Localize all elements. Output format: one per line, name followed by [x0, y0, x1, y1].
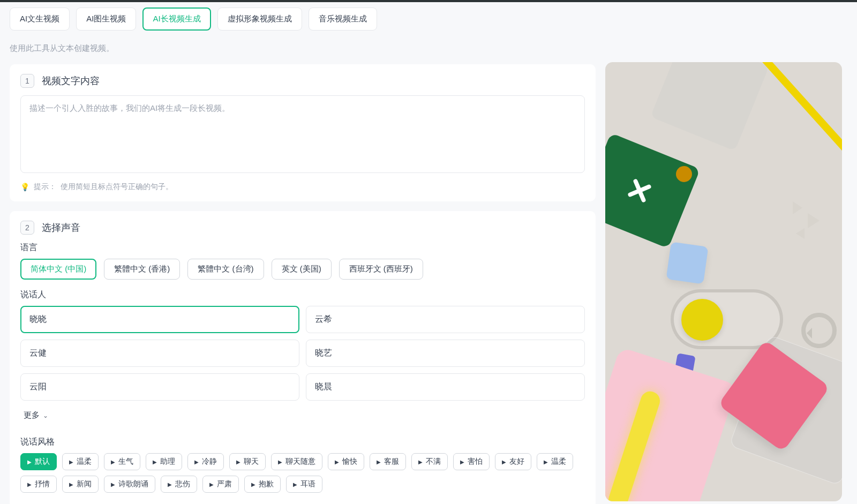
tab-t2v[interactable]: AI文生视频 [10, 7, 70, 31]
chevron-down-icon: ⌄ [43, 412, 48, 419]
play-icon: ▶ [335, 459, 339, 465]
style-option-friendly[interactable]: ▶友好 [495, 453, 531, 470]
language-option-zh-tw[interactable]: 繁體中文 (台湾) [187, 259, 264, 280]
speaker-option-yunyang[interactable]: 云阳 [20, 373, 299, 401]
style-option-sorry[interactable]: ▶抱歉 [244, 476, 281, 493]
tab-music[interactable]: 音乐视频生成 [309, 7, 377, 31]
decorative-green-box-icon [605, 133, 700, 249]
language-option-zh-cn[interactable]: 简体中文 (中国) [20, 259, 96, 280]
style-option-angry[interactable]: ▶生气 [104, 453, 140, 470]
speaker-option-xiaoxiao[interactable]: 晓晓 [20, 306, 299, 333]
style-label-text: 客服 [384, 457, 399, 467]
play-icon: ▶ [502, 459, 506, 465]
play-icon: ▶ [293, 482, 297, 487]
hint-label: 提示： [34, 182, 56, 192]
play-icon: ▶ [168, 482, 172, 487]
style-option-default[interactable]: ▶默认 [20, 453, 57, 470]
style-option-disgruntled[interactable]: ▶不满 [411, 453, 448, 470]
play-icon: ▶ [153, 459, 157, 465]
bulb-icon: 💡 [20, 183, 29, 191]
style-label-text: 冷静 [202, 457, 217, 467]
undo-icon [801, 313, 837, 348]
speaker-option-yunxi[interactable]: 云希 [306, 306, 585, 333]
language-label: 语言 [20, 242, 585, 253]
style-option-chat[interactable]: ▶聊天 [229, 453, 266, 470]
style-option-calm[interactable]: ▶冷静 [187, 453, 224, 470]
step-number-2: 2 [20, 221, 34, 235]
section-title-1: 视频文字内容 [42, 74, 100, 87]
style-option-sad[interactable]: ▶悲伤 [161, 476, 197, 493]
speaker-option-yunjian[interactable]: 云健 [20, 340, 299, 367]
step-number-1: 1 [20, 74, 34, 88]
style-label-text: 新闻 [77, 479, 92, 489]
hint-text: 使用简短且标点符号正确的句子。 [61, 182, 173, 192]
style-option-customer[interactable]: ▶客服 [370, 453, 406, 470]
play-icon: ▶ [194, 459, 199, 465]
speaker-label: 说话人 [20, 289, 585, 300]
style-label-text: 助理 [160, 457, 175, 467]
brush-tip-icon [676, 166, 692, 182]
speaker-option-xiaochen[interactable]: 晓晨 [306, 373, 585, 401]
style-label-text: 害怕 [468, 457, 483, 467]
speaker-option-xiaoyi[interactable]: 晓艺 [306, 340, 585, 367]
style-option-gentle[interactable]: ▶温柔 [62, 453, 99, 470]
style-option-assistant[interactable]: ▶助理 [146, 453, 182, 470]
speaker-grid: 晓晓云希云健晓艺云阳晓晨 [20, 306, 585, 401]
style-label-text: 生气 [118, 457, 133, 467]
yellow-circle-icon [681, 299, 723, 341]
play-icon: ▶ [111, 482, 115, 487]
style-options: ▶默认▶温柔▶生气▶助理▶冷静▶聊天▶聊天随意▶愉快▶客服▶不满▶害怕▶友好▶温… [20, 453, 585, 493]
decorative-blue-box-icon [666, 242, 708, 284]
play-icon: ▶ [236, 459, 240, 465]
style-label-text: 友好 [509, 457, 524, 467]
style-label-text: 温柔 [551, 457, 566, 467]
style-option-poetry[interactable]: ▶诗歌朗诵 [104, 476, 155, 493]
play-icon: ▶ [27, 459, 32, 465]
main-panel: AI文生视频AI图生视频AI长视频生成虚拟形象视频生成音乐视频生成 使用此工具从… [0, 2, 605, 504]
play-icon: ▶ [377, 459, 381, 465]
play-icon: ▶ [27, 482, 32, 487]
decorative-glass-icon [650, 62, 769, 151]
play-icon: ▶ [69, 482, 73, 487]
play-icon: ▶ [251, 482, 255, 487]
preview-image [605, 62, 842, 501]
language-option-zh-hk[interactable]: 繁體中文 (香港) [104, 259, 180, 280]
language-option-en-us[interactable]: 英文 (美国) [272, 259, 332, 280]
preview-panel [605, 2, 857, 504]
style-label-text: 悲伤 [175, 479, 190, 489]
style-label-text: 耳语 [300, 479, 315, 489]
style-label-text: 严肃 [217, 479, 232, 489]
style-option-warm[interactable]: ▶温柔 [537, 453, 573, 470]
language-option-es-es[interactable]: 西班牙文 (西班牙) [339, 259, 423, 280]
tab-avatar[interactable]: 虚拟形象视频生成 [217, 7, 302, 31]
style-label-text: 默认 [35, 457, 50, 467]
style-option-news[interactable]: ▶新闻 [62, 476, 99, 493]
style-label-text: 聊天 [244, 457, 259, 467]
style-label: 说话风格 [20, 437, 585, 448]
more-speakers-button[interactable]: 更多 ⌄ [20, 408, 51, 423]
play-icon: ▶ [544, 459, 548, 465]
more-label: 更多 [24, 410, 40, 420]
tab-long[interactable]: AI长视频生成 [142, 7, 211, 31]
language-options: 简体中文 (中国)繁體中文 (香港)繁體中文 (台湾)英文 (美国)西班牙文 (… [20, 259, 585, 280]
style-option-fearful[interactable]: ▶害怕 [453, 453, 490, 470]
style-label-text: 不满 [426, 457, 441, 467]
play-icon: ▶ [111, 459, 115, 465]
style-option-cheerful[interactable]: ▶愉快 [328, 453, 364, 470]
style-option-serious[interactable]: ▶严肃 [202, 476, 239, 493]
playback-controls-icon [793, 201, 836, 255]
play-icon: ▶ [460, 459, 464, 465]
story-input[interactable] [20, 95, 585, 173]
style-option-whisper[interactable]: ▶耳语 [286, 476, 322, 493]
style-label-text: 聊天随意 [285, 457, 315, 467]
style-label-text: 抒情 [35, 479, 50, 489]
page-subtitle: 使用此工具从文本创建视频。 [10, 43, 596, 54]
play-icon: ▶ [418, 459, 423, 465]
section-voice: 2 选择声音 语言 简体中文 (中国)繁體中文 (香港)繁體中文 (台湾)英文 … [10, 211, 596, 504]
play-icon: ▶ [278, 459, 282, 465]
hint-row: 💡 提示： 使用简短且标点符号正确的句子。 [20, 182, 585, 192]
style-option-lyrical[interactable]: ▶抒情 [20, 476, 57, 493]
tab-i2v[interactable]: AI图生视频 [76, 7, 136, 31]
style-option-chat-casual[interactable]: ▶聊天随意 [271, 453, 322, 470]
style-label-text: 诗歌朗诵 [118, 479, 148, 489]
